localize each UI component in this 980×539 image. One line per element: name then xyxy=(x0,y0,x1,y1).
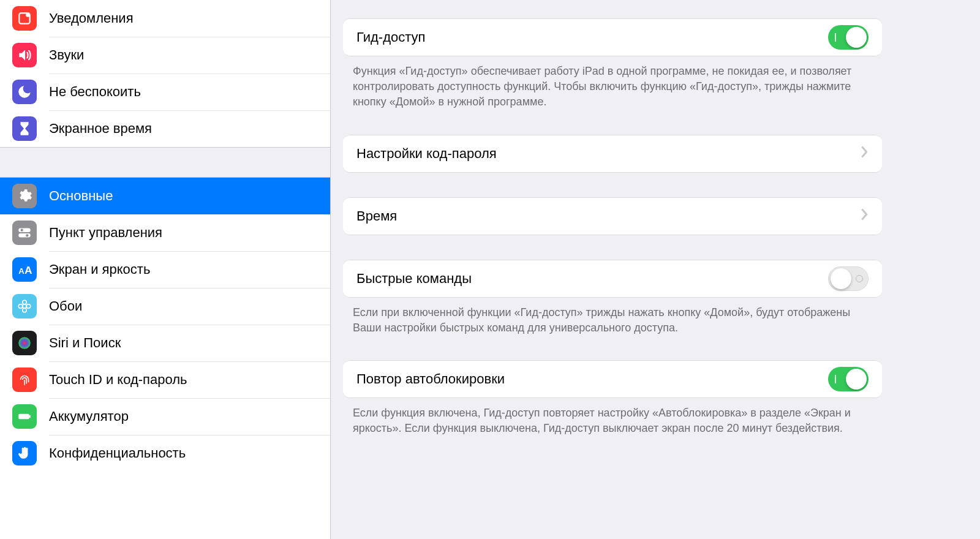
sidebar-item-label: Не беспокоить xyxy=(49,84,141,100)
sidebar-item-privacy[interactable]: Конфиденциальность xyxy=(0,435,330,472)
flower-icon xyxy=(12,294,37,318)
sidebar-spacer xyxy=(0,147,330,178)
row-label: Повтор автоблокировки xyxy=(356,371,505,387)
gear-icon xyxy=(12,184,37,208)
sidebar-item-display[interactable]: AA Экран и яркость xyxy=(0,251,330,288)
shortcut-row: Быстрые команды xyxy=(343,260,882,297)
guided-access-card: Гид-доступ | xyxy=(343,18,882,56)
row-label: Время xyxy=(356,208,397,224)
fingerprint-icon xyxy=(12,368,37,392)
sidebar-item-dnd[interactable]: Не беспокоить xyxy=(0,74,330,110)
sidebar-item-label: Touch ID и код-пароль xyxy=(49,372,187,388)
sidebar-group-1: Уведомления Звуки Не беспокоить Экранное… xyxy=(0,0,330,147)
svg-point-8 xyxy=(23,304,27,309)
svg-text:A: A xyxy=(24,264,32,276)
row-label: Гид-доступ xyxy=(356,29,425,45)
svg-point-9 xyxy=(23,300,27,304)
svg-rect-14 xyxy=(18,414,29,420)
sidebar-item-label: Аккумулятор xyxy=(49,409,129,424)
passcode-card: Настройки код-пароля xyxy=(343,135,882,173)
battery-icon xyxy=(12,404,37,429)
svg-point-13 xyxy=(18,337,31,349)
settings-detail: Гид-доступ | Функция «Гид-доступ» обеспе… xyxy=(331,0,894,539)
text-size-icon: AA xyxy=(12,257,37,282)
sidebar-item-sounds[interactable]: Звуки xyxy=(0,37,330,74)
svg-point-4 xyxy=(21,229,23,232)
sidebar-item-label: Экранное время xyxy=(49,121,152,137)
svg-rect-2 xyxy=(18,228,31,232)
svg-point-12 xyxy=(26,304,31,309)
sounds-icon xyxy=(12,43,37,67)
notifications-icon xyxy=(12,6,37,31)
sidebar-item-touchid[interactable]: Touch ID и код-пароль xyxy=(0,361,330,398)
chevron-right-icon xyxy=(860,145,869,162)
sidebar-item-siri[interactable]: Siri и Поиск xyxy=(0,325,330,361)
hand-icon xyxy=(12,441,37,466)
sidebar-item-label: Звуки xyxy=(49,47,84,63)
shortcut-toggle[interactable] xyxy=(828,266,869,291)
sidebar-item-label: Конфиденциальность xyxy=(49,445,186,461)
sidebar-item-battery[interactable]: Аккумулятор xyxy=(0,398,330,435)
row-label: Настройки код-пароля xyxy=(356,146,497,162)
svg-point-10 xyxy=(23,308,27,312)
moon-icon xyxy=(12,80,37,104)
guided-access-toggle[interactable]: | xyxy=(828,25,869,50)
sidebar-group-2: Основные Пункт управления AA Экран и ярк… xyxy=(0,178,330,472)
row-label: Быстрые команды xyxy=(356,271,472,287)
toggles-icon xyxy=(12,221,37,245)
shortcut-footer: Если при включенной функции «Гид-доступ»… xyxy=(331,298,894,336)
passcode-row[interactable]: Настройки код-пароля xyxy=(343,135,882,172)
svg-point-5 xyxy=(26,234,28,236)
svg-rect-15 xyxy=(29,415,31,418)
autolock-toggle[interactable]: | xyxy=(828,367,869,391)
sidebar-item-label: Обои xyxy=(49,298,82,314)
svg-rect-3 xyxy=(18,233,31,238)
autolock-row: Повтор автоблокировки | xyxy=(343,361,882,398)
autolock-card: Повтор автоблокировки | xyxy=(343,360,882,398)
sidebar-item-label: Основные xyxy=(49,188,113,204)
sidebar-item-label: Siri и Поиск xyxy=(49,335,121,351)
time-card: Время xyxy=(343,197,882,235)
shortcut-card: Быстрые команды xyxy=(343,260,882,298)
sidebar-item-screentime[interactable]: Экранное время xyxy=(0,110,330,147)
guided-access-row: Гид-доступ | xyxy=(343,19,882,56)
autolock-footer: Если функция включена, Гид-доступ повтор… xyxy=(331,398,894,436)
hourglass-icon xyxy=(12,116,37,141)
sidebar-item-wallpaper[interactable]: Обои xyxy=(0,288,330,325)
sidebar-item-label: Пункт управления xyxy=(49,225,162,241)
time-row[interactable]: Время xyxy=(343,198,882,235)
sidebar-item-label: Уведомления xyxy=(49,10,134,26)
svg-point-11 xyxy=(18,304,23,309)
siri-icon xyxy=(12,331,37,355)
svg-text:A: A xyxy=(18,266,24,276)
guided-access-footer: Функция «Гид-доступ» обеспечивает работу… xyxy=(331,56,894,110)
sidebar-item-control-center[interactable]: Пункт управления xyxy=(0,214,330,251)
sidebar-item-general[interactable]: Основные xyxy=(0,178,330,214)
svg-point-1 xyxy=(26,13,29,17)
settings-sidebar: Уведомления Звуки Не беспокоить Экранное… xyxy=(0,0,331,539)
chevron-right-icon xyxy=(860,208,869,225)
sidebar-item-notifications[interactable]: Уведомления xyxy=(0,0,330,37)
sidebar-item-label: Экран и яркость xyxy=(49,262,150,277)
